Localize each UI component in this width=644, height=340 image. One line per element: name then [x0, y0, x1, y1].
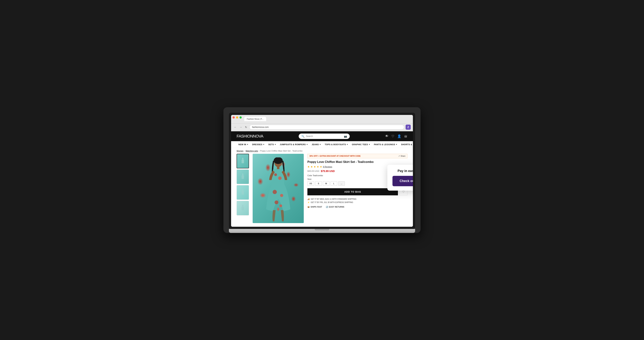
star-2: ★	[310, 165, 313, 168]
nav-item-jeans[interactable]: JEANS ▼	[310, 141, 323, 148]
nav-item-tops[interactable]: TOPS & BODYSUITS ▼	[323, 141, 350, 148]
badge-easy-returns: 🔄 EASY RETURNS	[326, 206, 344, 208]
svg-point-15	[274, 200, 278, 204]
search-icon: 🔍	[301, 135, 304, 138]
thumbnail-2[interactable]	[236, 169, 249, 184]
chevron-icon: ▼	[274, 144, 276, 145]
breadcrumb-sep2: ›	[259, 150, 260, 152]
reload-button[interactable]: ↻	[244, 125, 248, 129]
svg-point-13	[273, 190, 277, 194]
ships-fast-icon: 📦	[308, 206, 310, 208]
svg-point-11	[274, 173, 277, 176]
sale-price: $75.99 USD	[321, 170, 334, 173]
nav-item-new-in[interactable]: NEW IN ▼	[236, 141, 250, 148]
nav-item-graphic-tees[interactable]: GRAPHIC TEES ▼	[350, 141, 372, 148]
chevron-icon: ▼	[263, 144, 264, 145]
back-button[interactable]: ←	[233, 125, 237, 129]
search-input[interactable]	[306, 135, 342, 138]
main-image-column	[253, 154, 304, 223]
svg-point-0	[242, 158, 244, 160]
nav-item-pants[interactable]: PANTS & LEGGINGS ▼	[372, 141, 399, 148]
share-icon: ↗	[398, 155, 400, 157]
url-text: fashionnova.com	[252, 126, 269, 128]
logo-bold: NOVA	[253, 134, 264, 138]
thumbnail-1[interactable]	[236, 154, 249, 168]
minimize-button[interactable]	[236, 116, 238, 119]
easy-returns-label: EASY RETURNS	[329, 206, 344, 208]
reviews-link[interactable]: 8 Reviews	[323, 166, 332, 168]
size-more[interactable]: ...	[338, 181, 345, 186]
star-3: ★	[314, 165, 316, 168]
bag-icon[interactable]: 🛎	[404, 134, 408, 138]
original-price: $89.99 USD	[308, 170, 319, 172]
svg-point-2	[242, 173, 244, 175]
fullscreen-button[interactable]	[240, 116, 242, 119]
svg-point-16	[280, 204, 282, 207]
nav-item-dresses[interactable]: DRESSES ▼	[250, 141, 266, 148]
search-bar[interactable]: 🔍 📷	[299, 133, 350, 139]
shipping-info: 🚚 GET IT BY WED, AUG 11 WITH STANDARD SH…	[308, 198, 408, 204]
tab-title: Fashion Nova | F...	[247, 118, 264, 120]
badge-ships-fast: 📦 SHIPS FAST	[308, 206, 322, 208]
camera-icon[interactable]: 📷	[344, 135, 347, 138]
nav-item-shorts[interactable]: SHORTS & SKIRTS ▼	[399, 141, 413, 148]
main-product-image	[253, 154, 304, 223]
add-to-bag-button[interactable]: ADD TO BAG	[308, 188, 398, 195]
svg-point-6	[242, 205, 244, 207]
browser-window: Fashion Nova | F... ← → ↻ fashionnova.co…	[231, 115, 413, 227]
size-s[interactable]: S	[315, 181, 322, 186]
returns-icon: 🔄	[326, 206, 328, 208]
breadcrumb-current: Poppy Love Chiffon Maxi Skirt Set - Teal…	[260, 150, 303, 152]
star-1: ★	[308, 165, 310, 168]
forward-button[interactable]: →	[239, 125, 243, 129]
promo-bar: 30% OFF! + EXTRA DISCOUNT AT CHECKOUT WI…	[308, 154, 408, 158]
zip-popup: Pay in easy installments Check out with …	[387, 165, 413, 191]
thumbnail-4[interactable]	[236, 201, 249, 215]
zip-btn-label: Check out with	[400, 179, 413, 183]
share-label: Share	[400, 155, 406, 157]
share-button[interactable]: ↗ Share	[398, 155, 406, 157]
breadcrumb-matching-sets[interactable]: Matching sets	[246, 150, 258, 152]
svg-rect-7	[242, 207, 244, 210]
zip-checkout-button[interactable]: Check out with Z▮P	[392, 176, 413, 186]
chevron-icon: ▼	[320, 144, 321, 145]
eye-icon[interactable]: 👁	[385, 134, 388, 138]
address-bar[interactable]: fashionnova.com	[249, 125, 404, 129]
laptop-notch	[315, 229, 329, 230]
nav-item-sets[interactable]: SETS ▼	[266, 141, 278, 148]
site-content: FASHIONNOVA 🔍 📷 👁 ♡ 👤 🛎	[231, 131, 413, 227]
chevron-icon: ▼	[346, 144, 348, 145]
thumbnail-column	[236, 154, 249, 223]
header-icons: 👁 ♡ 👤 🛎	[385, 134, 408, 138]
product-badges: 📦 SHIPS FAST 🔄 EASY RETURNS	[308, 206, 408, 208]
extension-button[interactable]: Z	[406, 125, 411, 130]
svg-rect-5	[242, 191, 244, 195]
svg-rect-1	[242, 160, 244, 163]
lightning-icon: ⚡	[308, 201, 310, 204]
chevron-icon: ▼	[247, 144, 248, 145]
truck-icon: 🚚	[308, 198, 310, 201]
nav-item-jumpsuits[interactable]: JUMPSUITS & ROMPERS ▼	[278, 141, 310, 148]
heart-icon[interactable]: ♡	[391, 134, 394, 138]
size-l[interactable]: L	[330, 181, 337, 186]
size-xs[interactable]: XS	[308, 181, 314, 186]
zip-title: Pay in easy installments	[392, 169, 413, 173]
chevron-icon: ▼	[396, 144, 398, 145]
browser-tab[interactable]: Fashion Nova | F...	[244, 117, 266, 121]
express-shipping-text: GET IT BY FRI, JUL 30 WITH EXPRESS SHIPP…	[311, 201, 353, 204]
user-icon[interactable]: 👤	[397, 134, 401, 138]
star-4: ★	[317, 165, 319, 168]
site-nav: NEW IN ▼ DRESSES ▼ SETS ▼ JUMPSUITS & RO…	[231, 141, 413, 148]
size-m[interactable]: M	[323, 181, 330, 186]
breadcrumb-women[interactable]: Women	[236, 150, 244, 152]
svg-point-4	[242, 189, 244, 191]
ships-fast-label: SHIPS FAST	[311, 206, 322, 208]
browser-chrome: Fashion Nova | F...	[231, 115, 413, 123]
wishlist-icon: ♡	[402, 190, 405, 194]
thumbnail-3[interactable]	[236, 185, 249, 200]
promo-text: 30% OFF! + EXTRA DISCOUNT AT CHECKOUT WI…	[310, 155, 360, 157]
product-area: 30% OFF! + EXTRA DISCOUNT AT CHECKOUT WI…	[231, 154, 413, 227]
site-logo: FASHIONNOVA	[236, 134, 263, 139]
chevron-icon: ▼	[306, 144, 308, 145]
close-button[interactable]	[232, 116, 235, 119]
